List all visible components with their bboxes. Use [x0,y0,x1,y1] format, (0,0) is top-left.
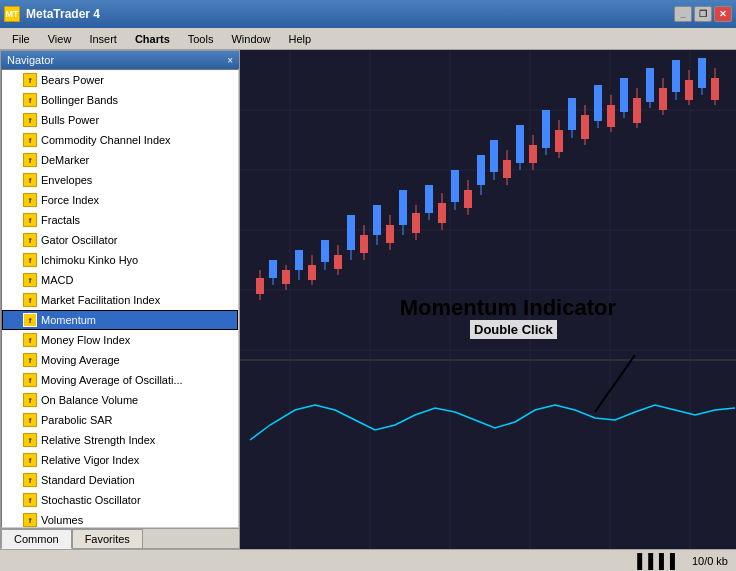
indicator-icon: f [23,213,37,227]
maximize-button[interactable]: ❐ [694,6,712,22]
nav-item[interactable]: fForce Index [2,190,238,210]
indicator-icon: f [23,73,37,87]
window-controls: _ ❐ ✕ [674,6,732,22]
nav-item[interactable]: fMACD [2,270,238,290]
svg-rect-55 [529,145,537,163]
svg-rect-53 [516,125,524,163]
close-button[interactable]: ✕ [714,6,732,22]
indicator-icon: f [23,253,37,267]
nav-item-label: Parabolic SAR [41,414,113,426]
indicator-icon: f [23,153,37,167]
minimize-button[interactable]: _ [674,6,692,22]
indicator-icon: f [23,173,37,187]
svg-rect-25 [334,255,342,269]
menu-window[interactable]: Window [223,31,278,47]
svg-rect-41 [438,203,446,223]
svg-rect-81 [698,58,706,88]
nav-item-label: Relative Strength Index [41,434,155,446]
nav-item[interactable]: fCommodity Channel Index [2,130,238,150]
nav-item[interactable]: fGator Oscillator [2,230,238,250]
navigator-tabs: Common Favorites [1,528,239,548]
svg-rect-43 [451,170,459,202]
nav-item-label: Momentum [41,314,96,326]
nav-item[interactable]: fParabolic SAR [2,410,238,430]
nav-item-label: Moving Average [41,354,120,366]
svg-rect-17 [282,270,290,284]
svg-rect-15 [269,260,277,278]
svg-rect-77 [672,60,680,92]
nav-item-label: On Balance Volume [41,394,138,406]
navigator-list[interactable]: fBears PowerfBollinger BandsfBulls Power… [1,69,239,528]
nav-item[interactable]: fMarket Facilitation Index [2,290,238,310]
main-layout: Navigator × fBears PowerfBollinger Bands… [0,50,736,549]
svg-rect-75 [659,88,667,110]
menu-file[interactable]: File [4,31,38,47]
nav-item[interactable]: fRelative Strength Index [2,430,238,450]
navigator-header: Navigator × [1,51,239,69]
nav-item-label: Stochastic Oscillator [41,494,141,506]
nav-item[interactable]: fOn Balance Volume [2,390,238,410]
navigator-panel: Navigator × fBears PowerfBollinger Bands… [0,50,240,549]
svg-rect-47 [477,155,485,185]
nav-item[interactable]: fMoney Flow Index [2,330,238,350]
tab-favorites[interactable]: Favorites [72,529,143,548]
navigator-close-button[interactable]: × [227,55,233,66]
tab-common[interactable]: Common [1,529,72,549]
nav-item[interactable]: fEnvelopes [2,170,238,190]
nav-item[interactable]: fMoving Average [2,350,238,370]
title-bar-left: MT MetaTrader 4 [4,6,100,22]
nav-item[interactable]: fStandard Deviation [2,470,238,490]
app-icon: MT [4,6,20,22]
menu-insert[interactable]: Insert [81,31,125,47]
nav-item[interactable]: fBears Power [2,70,238,90]
nav-item[interactable]: fMomentum [2,310,238,330]
status-bar-info: 10/0 kb [692,555,728,567]
svg-rect-35 [399,190,407,225]
svg-rect-21 [308,265,316,280]
nav-item[interactable]: fBollinger Bands [2,90,238,110]
menu-bar: File View Insert Charts Tools Window Hel… [0,28,736,50]
nav-item-label: MACD [41,274,73,286]
indicator-icon: f [23,113,37,127]
indicator-icon: f [23,353,37,367]
svg-rect-63 [581,115,589,139]
nav-item-label: Standard Deviation [41,474,135,486]
indicator-icon: f [23,93,37,107]
nav-item-label: Fractals [41,214,80,226]
indicator-icon: f [23,493,37,507]
title-text: MetaTrader 4 [26,7,100,21]
menu-help[interactable]: Help [281,31,320,47]
svg-rect-57 [542,110,550,148]
nav-item-label: Force Index [41,194,99,206]
nav-item[interactable]: fStochastic Oscillator [2,490,238,510]
menu-view[interactable]: View [40,31,80,47]
svg-rect-37 [412,213,420,233]
svg-rect-27 [347,215,355,250]
nav-item-label: DeMarker [41,154,89,166]
nav-item-label: Bollinger Bands [41,94,118,106]
svg-rect-61 [568,98,576,130]
nav-item[interactable]: fMoving Average of Oscillati... [2,370,238,390]
indicator-icon: f [23,273,37,287]
svg-rect-39 [425,185,433,213]
nav-item[interactable]: fIchimoku Kinko Hyo [2,250,238,270]
nav-item-label: Relative Vigor Index [41,454,139,466]
nav-item[interactable]: fRelative Vigor Index [2,450,238,470]
indicator-icon: f [23,233,37,247]
menu-charts[interactable]: Charts [127,31,178,47]
nav-item-label: Money Flow Index [41,334,130,346]
nav-item[interactable]: fDeMarker [2,150,238,170]
indicator-icon: f [23,133,37,147]
navigator-title: Navigator [7,54,54,66]
svg-rect-51 [503,160,511,178]
nav-item[interactable]: fBulls Power [2,110,238,130]
indicator-icon: f [23,513,37,527]
status-info-text: 10/0 kb [692,555,728,567]
nav-item[interactable]: fFractals [2,210,238,230]
menu-tools[interactable]: Tools [180,31,222,47]
svg-rect-65 [594,85,602,121]
nav-item-label: Bears Power [41,74,104,86]
nav-item[interactable]: fVolumes [2,510,238,528]
nav-item-label: Moving Average of Oscillati... [41,374,183,386]
indicator-icon: f [23,433,37,447]
